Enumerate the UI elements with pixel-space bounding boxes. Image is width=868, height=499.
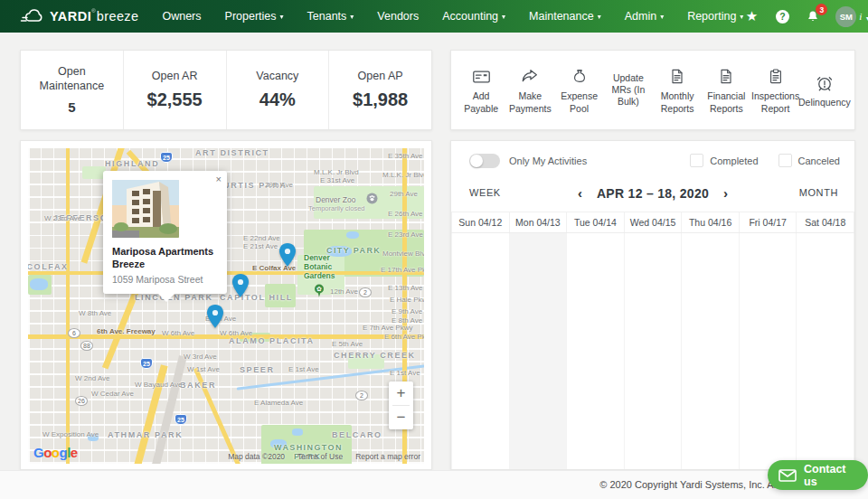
map-label-w-23rd-ave: W 23rd Ave bbox=[44, 214, 81, 222]
nav-item-owners[interactable]: Owners bbox=[162, 10, 201, 23]
user-menu[interactable]: SM i ▼ bbox=[835, 6, 868, 27]
map-pin-4[interactable] bbox=[278, 242, 297, 271]
filter-completed[interactable]: Completed bbox=[690, 154, 758, 167]
day-column-thu-04-16[interactable] bbox=[682, 233, 740, 469]
notifications-bell-icon[interactable]: 3 bbox=[805, 8, 821, 24]
nav-item-reporting[interactable]: Reporting▾ bbox=[687, 10, 743, 23]
month-view-button[interactable]: MONTH bbox=[799, 187, 838, 198]
day-column-fri-04-17[interactable] bbox=[740, 233, 797, 469]
previous-week-icon[interactable]: ‹ bbox=[578, 184, 582, 202]
day-header-fri-04-17[interactable]: Fri 04/17 bbox=[740, 212, 797, 232]
checkbox[interactable] bbox=[778, 154, 792, 167]
map-label-temporarily-closed: Temporarily closed bbox=[308, 204, 365, 212]
kpi-open-maintenance[interactable]: Open Maintenance5 bbox=[21, 51, 124, 129]
map-label-highland: HIGHLAND bbox=[105, 159, 159, 168]
quick-action-inspections-report[interactable]: Inspections Report bbox=[751, 65, 800, 114]
nav-item-admin[interactable]: Admin▾ bbox=[625, 10, 664, 23]
logo-breeze-text: breeze bbox=[97, 9, 139, 24]
google-logo[interactable]: Google bbox=[33, 445, 78, 460]
map-label-montview-blvd: Montview Blvd bbox=[382, 250, 424, 258]
clipboard-icon bbox=[767, 65, 785, 87]
map-label-29th-ave: 29th Ave bbox=[390, 190, 418, 198]
zoom-out-button[interactable]: − bbox=[389, 406, 413, 429]
calendar-filters: CompletedCanceled bbox=[690, 154, 840, 167]
quick-action-add-payable[interactable]: Add Payable bbox=[457, 65, 505, 114]
day-header-sun-04-12[interactable]: Sun 04/12 bbox=[451, 212, 510, 232]
checkbox[interactable] bbox=[690, 154, 703, 167]
map-pin-3[interactable] bbox=[206, 304, 225, 333]
nav-item-tenants[interactable]: Tenants▾ bbox=[307, 10, 354, 23]
toggle-label: Only My Activities bbox=[509, 155, 587, 166]
map-label-e-6th-ave-pkwy: E 6th Ave Pkwy bbox=[384, 333, 424, 341]
only-my-activities-toggle[interactable] bbox=[469, 154, 500, 168]
nav-item-maintenance[interactable]: Maintenance▾ bbox=[529, 10, 601, 23]
close-icon[interactable]: × bbox=[216, 174, 222, 184]
day-column-mon-04-13[interactable] bbox=[510, 233, 568, 469]
map-label-e-17th-ave-pkwy: E 17th Ave Pkwy bbox=[381, 266, 424, 274]
quick-action-make-payments[interactable]: Make Payments bbox=[505, 65, 554, 114]
nav-right: ★ ? 3 SM i ▼ bbox=[743, 6, 868, 27]
chevron-down-icon: ▾ bbox=[502, 13, 505, 21]
user-menu-i: i bbox=[859, 11, 862, 22]
quick-action-update-mrs-in-bulk[interactable]: Update MRs (In Bulk) bbox=[604, 72, 653, 108]
map-label-2: 2 bbox=[359, 287, 372, 297]
property-name[interactable]: Mariposa Apartments Breeze bbox=[112, 245, 218, 271]
quick-action-delinquency[interactable]: Delinquency bbox=[800, 71, 849, 108]
activities-toggle-row: Only My Activities bbox=[469, 154, 587, 168]
property-popup[interactable]: × bbox=[103, 171, 227, 294]
avatar[interactable]: SM bbox=[835, 6, 856, 27]
map-label-w-1st-ave: W 1st Ave bbox=[187, 365, 220, 373]
calendar-grid: Sun 04/12Mon 04/13Tue 04/14Wed 04/15Thu … bbox=[451, 212, 854, 469]
kpi-panel: Open Maintenance5Open AR$2,555Vacancy44%… bbox=[20, 50, 432, 130]
day-header-wed-04-15[interactable]: Wed 04/15 bbox=[625, 212, 683, 232]
footer: © 2020 Copyright Yardi Systems, Inc. All… bbox=[0, 470, 868, 499]
map-label-12th-ave: 12th Ave bbox=[330, 287, 358, 296]
help-icon[interactable]: ? bbox=[774, 8, 790, 24]
doc-icon bbox=[717, 65, 735, 87]
kpi-label: Vacancy bbox=[243, 70, 311, 84]
day-column-tue-04-14[interactable] bbox=[567, 233, 625, 469]
chevron-down-icon: ▾ bbox=[350, 13, 354, 21]
property-address: 1059 Mariposa Street bbox=[112, 274, 218, 285]
zoom-in-button[interactable]: + bbox=[389, 381, 413, 405]
map-zoom-control: + − bbox=[389, 381, 413, 429]
map-label-denver: Denver bbox=[304, 253, 330, 262]
day-column-sun-04-12[interactable] bbox=[451, 233, 510, 469]
attribution-report-a-map-error[interactable]: Report a map error bbox=[355, 452, 420, 461]
quick-action-financial-reports[interactable]: Financial Reports bbox=[702, 65, 750, 114]
favorites-star-icon[interactable]: ★ bbox=[743, 8, 760, 24]
quick-action-monthly-reports[interactable]: Monthly Reports bbox=[653, 65, 702, 114]
filter-canceled[interactable]: Canceled bbox=[778, 154, 840, 167]
attribution-terms-of-use[interactable]: Terms of Use bbox=[297, 452, 343, 461]
bag-icon bbox=[571, 65, 589, 87]
map-label-e-13th-ave: E 13th Ave bbox=[388, 284, 423, 292]
map-label-w-cedar-ave: W Cedar Ave bbox=[91, 390, 134, 398]
nav-item-vendors[interactable]: Vendors bbox=[377, 10, 419, 23]
attribution-map-data-2020: Map data ©2020 bbox=[228, 452, 285, 461]
logo-yardi-text: YARDI bbox=[50, 9, 91, 24]
yardi-breeze-logo[interactable]: YARDI®breeze bbox=[0, 8, 162, 24]
day-header-sat-04-18[interactable]: Sat 04/18 bbox=[797, 212, 854, 232]
map-canvas[interactable]: × bbox=[28, 148, 424, 464]
map-label-e-hale-pkwy: E Hale Pkwy bbox=[390, 296, 424, 304]
chevron-down-icon: ▼ bbox=[864, 15, 868, 22]
date-range: APR 12 – 18, 2020 bbox=[597, 186, 709, 201]
kpi-open-ar[interactable]: Open AR$2,555 bbox=[124, 51, 227, 129]
day-header-tue-04-14[interactable]: Tue 04/14 bbox=[567, 212, 625, 232]
map-label-w-exposition-ave: W Exposition Ave bbox=[42, 430, 99, 438]
nav-item-properties[interactable]: Properties▾ bbox=[225, 10, 284, 23]
nav-item-accounting[interactable]: Accounting▾ bbox=[442, 10, 505, 23]
quick-action-label: Financial Reports bbox=[702, 90, 750, 114]
next-week-icon[interactable]: › bbox=[723, 184, 728, 202]
kpi-vacancy[interactable]: Vacancy44% bbox=[227, 51, 330, 129]
day-header-mon-04-13[interactable]: Mon 04/13 bbox=[510, 212, 568, 232]
quick-action-expense-pool[interactable]: Expense Pool bbox=[555, 65, 604, 114]
map-pin-2[interactable] bbox=[231, 273, 250, 302]
map-label-city-park: CITY PARK bbox=[326, 246, 381, 255]
day-column-wed-04-15[interactable] bbox=[625, 233, 683, 469]
contact-us-button[interactable]: Contact us bbox=[768, 460, 868, 490]
kpi-open-ap[interactable]: Open AP$1,988 bbox=[329, 51, 431, 129]
kpi-value: 5 bbox=[68, 99, 75, 115]
day-header-thu-04-16[interactable]: Thu 04/16 bbox=[682, 212, 740, 232]
day-column-sat-04-18[interactable] bbox=[797, 233, 854, 469]
